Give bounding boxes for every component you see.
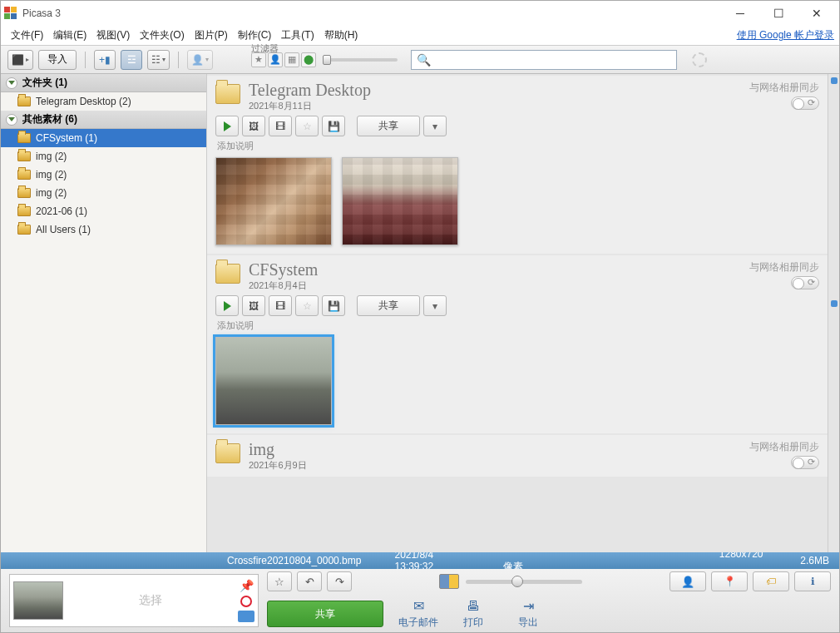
menu-picture[interactable]: 图片(P): [190, 27, 233, 44]
export-icon: ⇥: [523, 598, 534, 614]
search-input[interactable]: 🔍: [411, 50, 677, 70]
save-button[interactable]: 💾: [322, 116, 345, 136]
sidebar-item-telegram[interactable]: Telegram Desktop (2): [1, 92, 206, 111]
sidebar-item-2021-06[interactable]: 2021-06 (1): [1, 202, 206, 220]
sidebar-section-other[interactable]: 其他素材 (6): [1, 111, 206, 129]
rotate-right-button[interactable]: ↷: [327, 571, 352, 591]
folder-icon: [17, 170, 31, 180]
print-action[interactable]: 🖶打印: [453, 599, 493, 630]
share-button[interactable]: 共享: [357, 295, 420, 316]
print-icon: 🖶: [467, 599, 480, 614]
big-share-button[interactable]: 共享: [267, 601, 383, 627]
minimize-button[interactable]: ─: [721, 1, 759, 26]
share-button[interactable]: 共享: [357, 116, 420, 136]
photo-thumbnail[interactable]: [342, 157, 458, 245]
email-icon: ✉: [413, 598, 424, 614]
sync-toggle[interactable]: [791, 456, 819, 469]
sidebar-item-img[interactable]: img (2): [1, 147, 206, 166]
folder-icon[interactable]: [215, 264, 240, 284]
pin-icon[interactable]: 📌: [240, 579, 254, 592]
star-button[interactable]: ☆: [295, 295, 319, 316]
sync-toggle[interactable]: [791, 96, 819, 110]
sidebar-item-cfsystem[interactable]: CFSystem (1): [1, 129, 206, 147]
photo-thumbnail-selected[interactable]: [215, 337, 332, 425]
add-photo-button[interactable]: 🖼: [242, 295, 265, 316]
import-button[interactable]: 导入: [38, 50, 77, 70]
export-action[interactable]: ⇥导出: [508, 598, 548, 630]
maximize-button[interactable]: ☐: [759, 1, 798, 26]
album-img: img 2021年6月9日 与网络相册同步: [207, 435, 828, 477]
info-filename: Crossfire20210804_0000.bmp: [227, 555, 361, 566]
folder-icon: [17, 96, 31, 106]
detail-view-button[interactable]: ☷▾: [147, 50, 170, 70]
filter-tag-icon[interactable]: ⬤: [301, 52, 316, 67]
album-title[interactable]: CFSystem: [249, 260, 318, 279]
menu-tools[interactable]: 工具(T): [276, 27, 319, 44]
scroll-rail[interactable]: [828, 74, 839, 552]
play-slideshow-button[interactable]: [215, 295, 239, 316]
add-photo-button[interactable]: 🖼: [242, 116, 265, 136]
star-toggle-button[interactable]: ☆: [267, 571, 292, 591]
sidebar-section-folders[interactable]: 文件夹 (1): [1, 74, 206, 92]
signin-link[interactable]: 使用 Google 帐户登录: [737, 28, 834, 42]
folder-icon[interactable]: [215, 443, 240, 463]
album-date: 2021年6月9日: [249, 459, 307, 472]
album-caption[interactable]: 添加说明: [217, 319, 819, 332]
rail-marker[interactable]: [831, 300, 838, 307]
zoom-control: [439, 574, 582, 589]
tray-select-label: 选择: [70, 593, 231, 608]
close-button[interactable]: ✕: [798, 1, 836, 26]
zoom-slider[interactable]: [466, 580, 582, 584]
main: 文件夹 (1) Telegram Desktop (2) 其他素材 (6) CF…: [1, 74, 839, 552]
hold-tray-icon[interactable]: [238, 611, 254, 622]
rail-marker[interactable]: [831, 77, 838, 84]
filter-zone: 过滤器 ★ 👤 ▦ ⬤: [251, 52, 398, 67]
people-button[interactable]: 👤▾: [187, 50, 213, 70]
tray-thumbnail[interactable]: [13, 581, 63, 620]
sidebar-item-img[interactable]: img (2): [1, 166, 206, 184]
add-folder-button[interactable]: +▮: [94, 50, 116, 70]
geotag-button[interactable]: 📍: [711, 571, 748, 591]
app-logo: [4, 7, 17, 20]
filter-grid-icon[interactable]: ▦: [284, 52, 299, 67]
movie-button[interactable]: 🎞: [269, 116, 292, 136]
toolbar: ⬛▸ 导入 +▮ ☲ ☷▾ 👤▾ 过滤器 ★ 👤 ▦ ⬤ 🔍: [1, 46, 839, 74]
zoom-icon: [439, 574, 459, 589]
sync-toggle[interactable]: [791, 276, 819, 289]
rotate-left-button[interactable]: ↶: [297, 571, 322, 591]
star-button[interactable]: ☆: [295, 116, 319, 136]
person-tag-button[interactable]: 👤: [670, 571, 706, 591]
album-title[interactable]: img: [249, 440, 307, 459]
list-view-button[interactable]: ☲: [121, 50, 142, 70]
sidebar-item-img[interactable]: img (2): [1, 184, 206, 202]
sidebar-item-allusers[interactable]: All Users (1): [1, 220, 206, 239]
share-dropdown[interactable]: ▾: [423, 116, 447, 136]
selection-tray: 选择 📌: [9, 574, 259, 627]
movie-button[interactable]: 🎞: [269, 295, 292, 316]
play-slideshow-button[interactable]: [215, 116, 239, 136]
sidebar: 文件夹 (1) Telegram Desktop (2) 其他素材 (6) CF…: [1, 74, 207, 552]
loading-spinner-icon: [692, 52, 707, 67]
back-button[interactable]: ⬛▸: [7, 50, 33, 70]
photo-thumbnail[interactable]: [215, 157, 332, 245]
folder-icon[interactable]: [215, 84, 240, 104]
album-caption[interactable]: 添加说明: [217, 140, 819, 152]
share-dropdown[interactable]: ▾: [423, 295, 447, 316]
content: Telegram Desktop 2021年8月11日 与网络相册同步 🖼 🎞 …: [207, 74, 828, 552]
menu-help[interactable]: 帮助(H): [319, 27, 363, 44]
album-date: 2021年8月4日: [249, 279, 318, 292]
collapse-icon: [6, 77, 17, 89]
tag-button[interactable]: 🏷: [753, 571, 789, 591]
menu-view[interactable]: 视图(V): [91, 27, 135, 44]
menu-folder[interactable]: 文件夹(O): [135, 27, 189, 44]
save-button[interactable]: 💾: [322, 295, 345, 316]
infobar: Crossfire20210804_0000.bmp 2021/8/4 13:3…: [1, 552, 839, 569]
email-action[interactable]: ✉电子邮件: [398, 598, 438, 630]
menu-edit[interactable]: 编辑(E): [48, 27, 91, 44]
album-title[interactable]: Telegram Desktop: [249, 81, 371, 100]
clear-tray-icon[interactable]: [240, 596, 252, 607]
filter-slider[interactable]: [323, 58, 398, 62]
info-button[interactable]: ℹ: [794, 571, 831, 591]
sync-label: 与网络相册同步: [749, 81, 819, 95]
menu-file[interactable]: 文件(F): [6, 27, 48, 44]
